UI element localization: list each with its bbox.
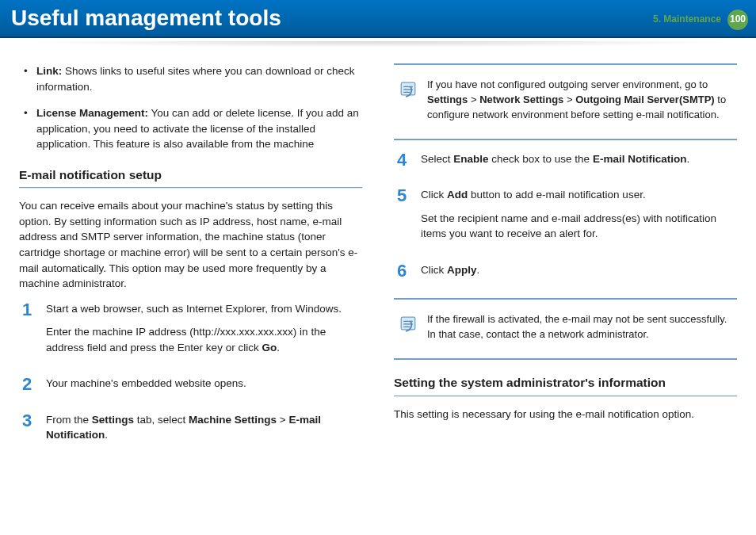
step-body: Click Apply.: [421, 262, 737, 286]
step-body: Your machine's embedded website opens.: [46, 376, 362, 399]
step-body: Start a web browser, such as Internet Ex…: [46, 301, 362, 364]
note-icon: [397, 312, 419, 334]
step-text: Click Apply.: [421, 262, 737, 278]
step-number: 5: [394, 187, 410, 250]
chapter-label: 5. Maintenance: [653, 13, 721, 26]
svg-rect-0: [401, 82, 415, 95]
section-rule: [19, 187, 362, 189]
step-number: 6: [394, 262, 410, 286]
note-block-2: If the firewall is activated, the e-mail…: [394, 298, 737, 360]
page-title: Useful management tools: [11, 2, 281, 35]
section-heading-email-setup: E-mail notification setup: [19, 166, 362, 187]
steps-right: 4 Select Enable check box to use the E-m…: [394, 151, 737, 286]
step-body: From the Settings tab, select Machine Se…: [46, 412, 362, 451]
bullet-list: Link: Shows links to useful sites where …: [19, 63, 362, 152]
note-block-1: If you have not configured outgoing serv…: [394, 63, 737, 140]
step-text: Enter the machine IP address (http://xxx…: [46, 324, 362, 355]
right-column: If you have not configured outgoing serv…: [394, 63, 737, 464]
note-text: If you have not configured outgoing serv…: [427, 78, 734, 123]
left-column: Link: Shows links to useful sites where …: [19, 63, 362, 464]
bullet-item-license: License Management: You can add or delet…: [22, 105, 362, 152]
section-body-text: This setting is necessary for using the …: [394, 407, 737, 422]
page-number-badge: 100: [727, 10, 748, 30]
step-text: Select Enable check box to use the E-mai…: [421, 151, 737, 167]
bullet-desc: Shows links to useful sites where you ca…: [36, 65, 354, 93]
step-text: From the Settings tab, select Machine Se…: [46, 412, 362, 443]
bullet-item-link: Link: Shows links to useful sites where …: [22, 63, 362, 94]
note-text: If the firewall is activated, the e-mail…: [427, 312, 734, 342]
svg-rect-1: [401, 317, 415, 330]
note-icon: [397, 78, 419, 100]
step-text: Your machine's embedded website opens.: [46, 376, 362, 392]
step-2: 2 Your machine's embedded website opens.: [19, 376, 362, 399]
section-rule: [394, 396, 737, 397]
step-body: Select Enable check box to use the E-mai…: [421, 151, 737, 175]
step-1: 1 Start a web browser, such as Internet …: [19, 301, 362, 364]
header-right: 5. Maintenance 100: [653, 10, 748, 30]
page-header: Useful management tools 5. Maintenance 1…: [0, 0, 756, 38]
steps-left: 1 Start a web browser, such as Internet …: [19, 301, 362, 451]
step-text: Start a web browser, such as Internet Ex…: [46, 301, 362, 317]
section-body-text: You can receive emails about your machin…: [19, 198, 362, 291]
step-3: 3 From the Settings tab, select Machine …: [19, 412, 362, 451]
section-heading-admin-info: Setting the system administrator's infor…: [394, 374, 737, 395]
step-text: Set the recipient name and e-mail addres…: [421, 211, 737, 242]
step-5: 5 Click Add button to add e-mail notific…: [394, 187, 737, 250]
header-shadow: [16, 41, 740, 48]
content-columns: Link: Shows links to useful sites where …: [0, 48, 756, 464]
step-number: 4: [394, 151, 410, 175]
step-text: Click Add button to add e-mail notificat…: [421, 187, 737, 203]
step-number: 3: [19, 412, 35, 451]
bullet-term: License Management:: [36, 107, 148, 119]
bullet-term: Link:: [36, 65, 62, 77]
step-4: 4 Select Enable check box to use the E-m…: [394, 151, 737, 175]
step-6: 6 Click Apply.: [394, 262, 737, 286]
step-number: 1: [19, 301, 35, 364]
step-body: Click Add button to add e-mail notificat…: [421, 187, 737, 250]
step-number: 2: [19, 376, 35, 399]
